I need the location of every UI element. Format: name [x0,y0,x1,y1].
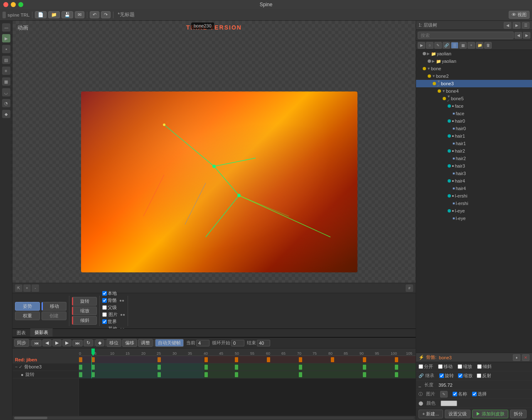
tree-item-bone3[interactable]: ▼ ✓ bone3 [416,80,532,87]
check-select[interactable]: 选择 [472,391,487,397]
tree-item-hair2-img[interactable]: ■ hair2 [416,155,532,162]
minimize-button[interactable] [11,2,16,7]
timeline-tracks[interactable]: 0 5 10 15 20 25 30 35 40 45 50 55 [79,348,416,416]
h-tool-add[interactable]: + [468,42,475,49]
check-split[interactable]: 分开 [419,363,433,370]
move-key-btn[interactable]: 移位 [106,339,121,347]
export-btn[interactable]: ✉ [75,11,84,18]
tree-item-yaolian2[interactable]: ▶ 📁 yaolian [416,57,532,65]
loop-end-input[interactable] [257,340,270,346]
tree-item-hair1-img[interactable]: ■ hair1 [416,140,532,147]
bone-props-nav-left[interactable]: ♦ [513,354,520,361]
tree-item-hair1-slot[interactable]: ● hair1 [416,132,532,140]
canvas-area[interactable]: 动画 TRIAL VERSION [12,21,416,283]
tool9-icon[interactable]: ◆ [2,110,10,118]
check-rotate-inherit[interactable]: 旋转 [439,373,454,379]
open-btn[interactable]: 📁 [48,11,60,18]
check-scale[interactable]: 缩放 [458,363,472,370]
create-btn[interactable]: 创建 [42,311,66,320]
tree-item-lershi-slot[interactable]: ● l-ershi [416,192,532,200]
timeline-scrollbar[interactable] [12,416,416,420]
check-scale-inherit[interactable]: 缩放 [458,373,473,379]
tree-item-leye-slot[interactable]: ● l-eye [416,207,532,215]
hier-nav-right[interactable]: ▶ [513,22,520,29]
play-btn[interactable]: ▶ [52,339,62,346]
zoom-in-icon[interactable]: + [23,284,31,292]
tab-dopesheet[interactable]: 摄影表 [30,329,53,337]
prev-frame-btn[interactable]: ◀ [42,339,52,346]
move-tool-btn[interactable]: 移动 [42,302,66,311]
tool5-icon[interactable]: ≡ [2,67,10,75]
tool6-icon[interactable]: ▦ [2,77,10,86]
h-tool-folder[interactable]: 📁 [476,42,483,49]
ruler[interactable]: 0 5 10 15 20 25 30 35 40 45 50 55 [79,348,416,356]
save-btn[interactable]: 💾 [62,11,73,18]
undo-btn[interactable]: ↶ [90,11,99,18]
image-check[interactable] [102,312,107,317]
shift-key-btn[interactable]: 偏移 [122,339,137,347]
cursor-icon[interactable]: ⸻ [2,23,10,32]
loop-btn[interactable]: ↻ [84,339,93,346]
tree-item-lershi-img[interactable]: ■ l-ershi [416,200,532,207]
next-key-btn[interactable]: ⏭ [72,340,83,346]
bone-check[interactable]: 骨骼 [102,297,117,304]
tool7-icon[interactable]: ◡ [2,88,10,96]
animate-icon[interactable]: ▶ [2,34,10,42]
check-tilt[interactable]: 倾斜 [477,363,492,370]
bone-props-close[interactable]: ✕ [522,354,530,361]
tab-graph[interactable]: 图表 [12,329,30,337]
prev-key-btn[interactable]: ⏮ [31,340,42,346]
tree-item-yaolian1[interactable]: ▶ 📁 yaolian [416,50,532,57]
maximize-button[interactable] [18,2,23,7]
track-row-bone3[interactable] [79,363,416,371]
tree-item-leye-img[interactable]: ■ l-eye [416,215,532,222]
new-btn[interactable]: 📄 [35,11,47,18]
tree-item-bone2[interactable]: ▼ bone2 [416,72,532,80]
tl-label-bone3[interactable]: − ✓ 骨bone3 [12,363,79,371]
pose-btn[interactable]: 姿势 [15,302,40,311]
tree-item-hair0-slot[interactable]: ● hair0 [416,117,532,125]
zoom-out-icon[interactable]: - [32,284,39,292]
h-tool-cursor[interactable]: ▶ [418,42,425,49]
weight-btn[interactable]: 权重 [15,311,40,320]
zoom-fit-icon[interactable]: ⇱ [15,284,22,292]
split-btn[interactable]: 拆分 [510,410,527,418]
tree-item-face-slot[interactable]: ● face [416,102,532,110]
tree-item-bone[interactable]: ▼ bone [416,65,532,72]
track-row-rotate[interactable] [79,371,416,378]
add-key-btn[interactable]: ◆ [95,339,104,346]
grid-icon[interactable]: # [406,284,413,292]
search-input[interactable] [418,32,514,39]
search-nav-next[interactable]: ▶ [523,32,530,39]
sync-btn[interactable]: 同步 [14,339,29,347]
check-move[interactable]: 移动 [438,363,453,370]
scale-btn[interactable]: 缩放 [72,306,97,315]
current-frame-input[interactable] [196,340,209,346]
scroll-thumb[interactable] [14,417,47,419]
tl-label-rotate[interactable]: ● 旋转 [12,371,79,378]
search-nav-prev[interactable]: ◀ [515,32,522,39]
redo-btn[interactable]: ↷ [101,11,111,18]
hierarchy-tree[interactable]: ▶ 📁 yaolian ▶ 📁 yaolian ▼ bone [416,50,532,353]
tool3-icon[interactable]: ⚬ [2,45,10,53]
h-tool-pencil[interactable]: ✎ [434,42,442,49]
check-reflect[interactable]: 反射 [477,373,491,379]
tree-item-bone4[interactable]: ▼ bone4 [416,87,532,95]
loop-start-input[interactable] [231,340,244,346]
hier-nav-left[interactable]: ◀ [504,22,511,29]
tool8-icon[interactable]: ◔ [2,99,10,107]
tree-item-hair4-slot[interactable]: ● hair4 [416,177,532,185]
auto-key-btn[interactable]: 自动关键帧 [155,339,184,347]
h-tool-delete[interactable]: 🗑 [484,42,492,49]
hier-menu[interactable]: ☰ [522,22,530,29]
view-btn[interactable]: 👁 视图 [509,11,530,19]
adjust-btn[interactable]: 调整 [138,339,153,347]
tree-item-bone5[interactable]: ▼ ✓ bone5 [416,95,532,102]
tree-item-hair3-img[interactable]: ■ hair3 [416,170,532,177]
h-tool-circle[interactable]: ○ [426,42,433,49]
close-button[interactable] [3,2,8,7]
rotate-btn[interactable]: 旋转 [72,297,97,306]
local-check[interactable]: 本地 [102,290,117,296]
h-tool-bone[interactable]: ▒ [451,42,458,49]
h-tool-mesh[interactable]: ▩ [459,42,467,49]
